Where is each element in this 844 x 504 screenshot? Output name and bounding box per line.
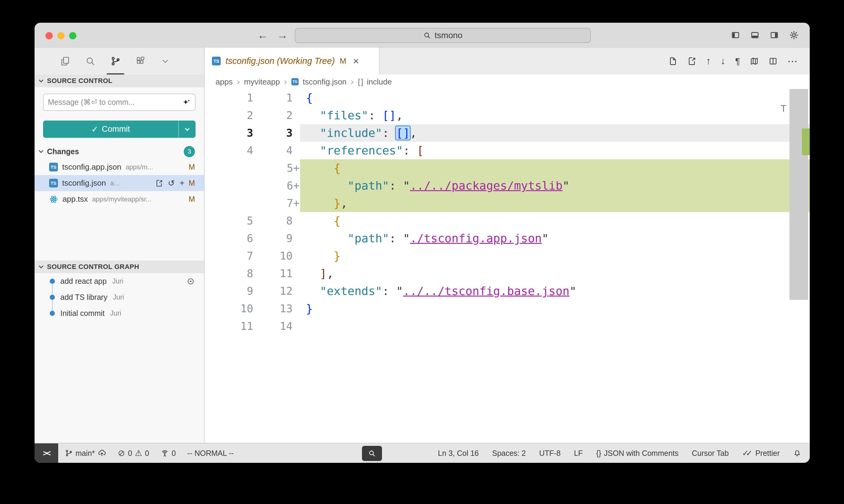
code-text: }, [300, 195, 810, 212]
close-window-button[interactable] [46, 32, 53, 39]
scrollbar-thumb[interactable] [789, 89, 808, 300]
commit-dot-icon [50, 278, 55, 284]
search-view-icon[interactable] [85, 48, 96, 74]
vim-mode-label: -- NORMAL -- [187, 449, 234, 458]
file-path: apps/myviteapp/sr... [92, 195, 152, 203]
toggle-whitespace-icon[interactable]: ¶ [735, 56, 740, 66]
commit-button[interactable]: ✓ Commit [43, 121, 195, 138]
problems-status[interactable]: 0 ⚠ 0 [118, 448, 149, 458]
indentation-status[interactable]: Spaces: 2 [492, 449, 526, 458]
minimap-char: T [780, 103, 787, 114]
graph-title: SOURCE CONTROL GRAPH [47, 263, 139, 271]
breadcrumb-apps[interactable]: apps [216, 77, 232, 87]
maximize-window-button[interactable] [69, 32, 76, 39]
sparkle-ai-icon[interactable] [182, 98, 191, 107]
encoding-status[interactable]: UTF-8 [539, 449, 561, 458]
original-line-number: 9 [205, 282, 253, 300]
code-line[interactable]: 44 "references": [ [205, 142, 810, 159]
code-line[interactable]: 33 "include": [], [205, 124, 810, 142]
modified-line-number: 7+ [253, 195, 300, 212]
breadcrumb-separator-icon: › [284, 77, 287, 87]
modified-line-number: 3 [253, 124, 300, 142]
editor-scrollbar[interactable] [788, 89, 810, 443]
code-line[interactable]: 912 "extends": "../../tsconfig.base.json… [205, 282, 810, 300]
code-line[interactable]: 11{ [205, 89, 810, 107]
breadcrumb-include[interactable]: include [367, 77, 392, 87]
code-line[interactable]: 22 "files": [], [205, 107, 810, 124]
breadcrumb-tsconfig[interactable]: tsconfig.json [303, 77, 347, 87]
tab-close-icon[interactable]: × [353, 55, 359, 67]
modified-line-number: 2 [253, 107, 300, 124]
code-line[interactable]: 710 } [205, 247, 810, 265]
formatter-status[interactable]: ✓✓ Prettier [742, 449, 780, 458]
braces-icon: {} [596, 449, 601, 458]
previous-change-icon[interactable]: ↑ [706, 55, 711, 67]
toggle-secondary-sidebar-icon[interactable] [770, 31, 779, 40]
map-icon[interactable] [750, 57, 759, 66]
branch-status[interactable]: main* [65, 449, 106, 458]
changes-section-header[interactable]: Changes 3 [35, 144, 204, 159]
file-row-app-tsx[interactable]: app.tsx apps/myviteapp/sr... M [35, 191, 204, 207]
remote-indicator[interactable]: >< [35, 444, 58, 463]
modified-line-number: 5+ [253, 159, 300, 177]
cursor-tab-status[interactable]: Cursor Tab [692, 449, 729, 458]
sidebar-spacer [35, 207, 204, 260]
commit-row-initial-commit[interactable]: Initial commit Juri [35, 305, 204, 321]
notifications-bell-icon[interactable] [793, 449, 801, 457]
code-area: 11{22 "files": [],33 "include": [],44 "r… [205, 89, 810, 443]
open-file-icon[interactable] [687, 57, 696, 66]
eol-status[interactable]: LF [574, 449, 583, 458]
navigate-back-button[interactable]: ← [257, 23, 268, 48]
split-editor-icon[interactable] [769, 57, 778, 66]
original-line-number [205, 195, 253, 212]
code-line[interactable]: 7+ }, [205, 195, 810, 212]
breadcrumb-myviteapp[interactable]: myviteapp [244, 77, 280, 87]
status-bar: >< main* 0 ⚠ 0 0 -- [35, 443, 810, 463]
tab-tsconfig-working-tree[interactable]: TS tsconfig.json (Working Tree) M × [205, 48, 380, 74]
toggle-panel-icon[interactable] [750, 31, 759, 40]
modified-badge: M [189, 179, 195, 187]
source-control-section-header[interactable]: SOURCE CONTROL [35, 74, 204, 87]
cursor-position-status[interactable]: Ln 3, Col 16 [438, 449, 479, 458]
more-actions-icon[interactable]: ⋯ [787, 55, 798, 67]
commit-row-add-ts-library[interactable]: add TS library Juri [35, 289, 204, 305]
chevron-down-icon [39, 148, 44, 153]
commit-message: add TS library [60, 293, 107, 302]
code-line[interactable]: 1013} [205, 300, 810, 318]
commit-row-add-react-app[interactable]: add react app Juri [35, 273, 204, 289]
source-control-graph-header[interactable]: SOURCE CONTROL GRAPH [35, 260, 204, 273]
extensions-view-icon[interactable] [136, 48, 146, 74]
file-row-tsconfig[interactable]: TS tsconfig.json a... ↺ + M [35, 175, 204, 191]
commit-button-label: Commit [102, 125, 130, 134]
navigate-forward-button[interactable]: → [277, 23, 288, 48]
goto-commit-target-icon[interactable] [187, 277, 195, 286]
code-line[interactable]: 811 ], [205, 265, 810, 282]
code-line[interactable]: 58 { [205, 212, 810, 230]
toggle-primary-sidebar-icon[interactable] [731, 31, 740, 40]
typescript-file-icon: TS [212, 57, 221, 66]
settings-gear-icon[interactable] [789, 30, 799, 40]
code-line[interactable]: 5+ { [205, 159, 810, 177]
chevron-down-icon [39, 264, 44, 269]
open-file-icon[interactable] [155, 179, 163, 187]
commit-message-input[interactable] [48, 98, 179, 107]
code-text: "references": [ [300, 142, 810, 159]
stage-changes-icon[interactable]: + [179, 178, 184, 188]
code-line[interactable]: 69 "path": "./tsconfig.app.json" [205, 230, 810, 247]
discard-changes-icon[interactable]: ↺ [168, 178, 175, 188]
file-row-tsconfig-app[interactable]: TS tsconfig.app.json apps/m... M [35, 159, 204, 175]
code-line[interactable]: 1114 [205, 318, 810, 335]
command-center-search[interactable]: tsmono [295, 28, 591, 43]
minimize-window-button[interactable] [57, 32, 65, 39]
explorer-view-icon[interactable] [60, 48, 70, 74]
next-change-icon[interactable]: ↓ [721, 55, 725, 67]
source-control-view-icon[interactable] [110, 48, 121, 74]
more-views-chevron-icon[interactable] [161, 48, 170, 74]
ports-status[interactable]: 0 [161, 449, 176, 458]
breadcrumb-separator-icon: › [351, 77, 354, 87]
language-mode-status[interactable]: {} JSON with Comments [596, 449, 678, 458]
code-line[interactable]: 6+ "path": "../../packages/mytslib" [205, 177, 810, 195]
open-changes-icon[interactable] [669, 57, 677, 66]
commit-dropdown-button[interactable] [178, 121, 195, 138]
vim-mode-status[interactable]: -- NORMAL -- [187, 449, 234, 458]
